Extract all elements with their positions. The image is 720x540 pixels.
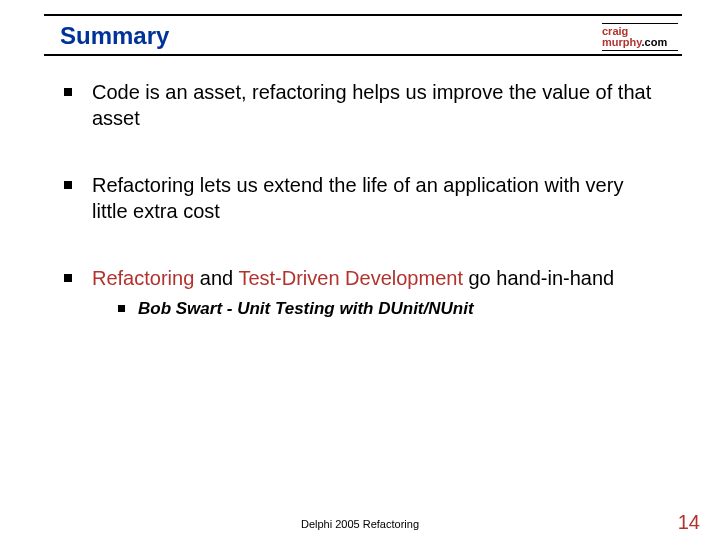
bullet-1: Code is an asset, refactoring helps us i… bbox=[64, 80, 660, 131]
bullet-3-seg-3: go hand-in-hand bbox=[463, 267, 614, 289]
bullet-3-seg-2: Test-Driven Development bbox=[238, 267, 463, 289]
bullet-3-seg-0: Refactoring bbox=[92, 267, 194, 289]
top-rule bbox=[44, 14, 682, 16]
logo-com: .com bbox=[642, 36, 668, 48]
logo-murphy: murphy bbox=[602, 36, 642, 48]
footer-text: Delphi 2005 Refactoring bbox=[0, 518, 720, 530]
slide-body: Code is an asset, refactoring helps us i… bbox=[64, 80, 660, 362]
bullet-3: Refactoring and Test-Driven Development … bbox=[64, 266, 660, 319]
slide-title: Summary bbox=[60, 22, 169, 50]
bullet-3-seg-1: and bbox=[194, 267, 238, 289]
sub-bullet-1: Bob Swart - Unit Testing with DUnit/NUni… bbox=[118, 298, 660, 320]
author-logo: craig murphy.com bbox=[602, 23, 678, 51]
bullet-2: Refactoring lets us extend the life of a… bbox=[64, 173, 660, 224]
page-number: 14 bbox=[678, 511, 700, 534]
slide: Summary craig murphy.com Code is an asse… bbox=[0, 0, 720, 540]
title-underline bbox=[44, 54, 682, 56]
